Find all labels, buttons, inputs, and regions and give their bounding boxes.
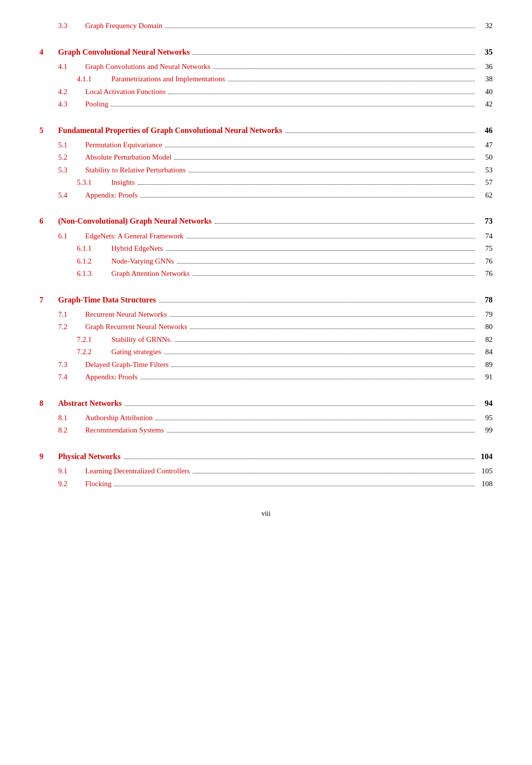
section-label[interactable]: Insights <box>111 176 135 189</box>
section-label[interactable]: Authorship Attribution <box>85 412 153 425</box>
section-number[interactable]: 9.1 <box>58 465 85 478</box>
toc-spacer <box>39 33 493 36</box>
section-number[interactable]: 8.1 <box>58 412 85 425</box>
section-label[interactable]: Stability to Relative Perturbations <box>85 164 186 177</box>
section-label[interactable]: Flocking <box>85 478 111 491</box>
chapter-page: 35 <box>478 45 493 59</box>
toc-dots <box>164 354 475 354</box>
section-number[interactable]: 7.1 <box>58 308 85 321</box>
chapter-number[interactable]: 7 <box>39 293 58 306</box>
toc-entry: 9.2Flocking108 <box>39 478 493 491</box>
section-number[interactable]: 6.1.2 <box>77 255 111 268</box>
section-page: 53 <box>478 164 493 177</box>
chapter-number[interactable]: 9 <box>39 450 58 463</box>
toc-entry: 4.2Local Activation Functions40 <box>39 86 493 99</box>
toc-dots <box>193 275 475 276</box>
toc-dots <box>166 28 475 28</box>
chapter-entry: 7Graph-Time Data Structures78 <box>39 293 493 306</box>
section-number[interactable]: 4.1.1 <box>77 73 111 86</box>
toc-dots <box>167 432 475 432</box>
chapter-label[interactable]: Physical Networks <box>58 450 121 463</box>
chapter-dots <box>285 133 475 133</box>
chapter-number[interactable]: 4 <box>39 45 58 59</box>
section-page: 99 <box>478 424 493 437</box>
chapter-label[interactable]: Graph-Time Data Structures <box>58 293 156 306</box>
toc-spacer <box>39 280 493 284</box>
section-label[interactable]: Stability of GRNNs. <box>111 333 172 346</box>
section-label[interactable]: Gating strategies <box>111 346 161 359</box>
section-number[interactable]: 4.1 <box>58 61 85 73</box>
section-label[interactable]: Graph Frequency Domain <box>85 20 163 33</box>
section-page: 47 <box>478 139 493 152</box>
section-label[interactable]: Local Activation Functions <box>85 86 166 99</box>
section-number[interactable]: 6.1.1 <box>77 242 111 255</box>
section-number[interactable]: 7.4 <box>58 371 85 384</box>
chapter-dots <box>124 459 475 459</box>
section-page: 57 <box>478 176 493 189</box>
toc-dots <box>193 473 475 473</box>
section-label[interactable]: Appendix: Proofs <box>85 189 137 202</box>
chapter-number[interactable]: 5 <box>39 124 58 137</box>
chapter-number[interactable]: 8 <box>39 397 58 410</box>
section-label[interactable]: Recurrent Neural Networks <box>85 308 167 321</box>
section-number[interactable]: 7.2.2 <box>77 346 111 359</box>
toc-entry: 7.1Recurrent Neural Networks79 <box>39 308 493 321</box>
section-number[interactable]: 3.3 <box>58 20 85 33</box>
chapter-label[interactable]: Graph Convolutional Neural Networks <box>58 45 190 59</box>
section-label[interactable]: EdgeNets: A General Framework <box>85 230 184 243</box>
section-number[interactable]: 9.2 <box>58 478 85 491</box>
section-label[interactable]: Learning Decentralized Controllers <box>85 465 190 478</box>
chapter-entry: 6(Non-Convolutional) Graph Neural Networ… <box>39 214 493 228</box>
toc-entry: 4.1.1Parametrizations and Implementation… <box>39 73 493 86</box>
section-label[interactable]: Pooling <box>85 98 108 111</box>
toc-dots <box>156 420 475 420</box>
section-number[interactable]: 4.2 <box>58 86 85 99</box>
section-number[interactable]: 4.3 <box>58 98 85 111</box>
section-number[interactable]: 5.3 <box>58 164 85 177</box>
section-label[interactable]: Delayed Graph-Time Filters <box>85 359 168 371</box>
section-page: 38 <box>478 73 493 86</box>
section-label[interactable]: Graph Convolutions and Neural Networks <box>85 61 210 73</box>
chapter-page: 46 <box>478 124 493 137</box>
chapter-label[interactable]: (Non-Convolutional) Graph Neural Network… <box>58 214 212 228</box>
toc-dots <box>168 94 475 94</box>
section-label[interactable]: Graph Recurrent Neural Networks <box>85 321 187 333</box>
section-label[interactable]: Appendix: Proofs <box>85 371 137 384</box>
table-of-contents: 3.3Graph Frequency Domain324Graph Convol… <box>39 20 493 490</box>
chapter-number[interactable]: 6 <box>39 214 58 228</box>
section-label[interactable]: Hybrid EdgeNets <box>111 242 163 255</box>
section-label[interactable]: Absolute Perturbation Model <box>85 151 171 164</box>
section-number[interactable]: 6.1 <box>58 230 85 243</box>
section-number[interactable]: 7.2 <box>58 321 85 333</box>
section-page: 95 <box>478 412 493 425</box>
section-number[interactable]: 7.2.1 <box>77 333 111 346</box>
chapter-dots <box>215 223 475 224</box>
toc-entry: 4.1Graph Convolutions and Neural Network… <box>39 61 493 73</box>
toc-entry: 7.4Appendix: Proofs91 <box>39 371 493 384</box>
toc-dots <box>175 341 475 342</box>
toc-entry: 3.3Graph Frequency Domain32 <box>39 20 493 33</box>
section-number[interactable]: 5.2 <box>58 151 85 164</box>
section-number[interactable]: 8.2 <box>58 424 85 437</box>
section-label[interactable]: Permutation Equivariance <box>85 139 162 152</box>
section-page: 91 <box>478 371 493 384</box>
chapter-page: 73 <box>478 214 493 228</box>
section-label[interactable]: Recommendation Systems <box>85 424 164 437</box>
toc-dots <box>228 81 475 81</box>
section-label[interactable]: Graph Attention Networks <box>111 267 190 280</box>
section-page: 62 <box>478 189 493 202</box>
chapter-label[interactable]: Abstract Networks <box>58 397 122 410</box>
section-number[interactable]: 6.1.3 <box>77 267 111 280</box>
section-number[interactable]: 5.1 <box>58 139 85 152</box>
section-label[interactable]: Parametrizations and Implementations <box>111 73 225 86</box>
section-number[interactable]: 7.3 <box>58 359 85 371</box>
chapter-page: 94 <box>478 397 493 410</box>
toc-entry: 5.4Appendix: Proofs62 <box>39 189 493 202</box>
section-number[interactable]: 5.4 <box>58 189 85 202</box>
section-page: 76 <box>478 255 493 268</box>
chapter-label[interactable]: Fundamental Properties of Graph Convolut… <box>58 124 282 137</box>
section-label[interactable]: Node-Varying GNNs <box>111 255 174 268</box>
section-page: 32 <box>478 20 493 33</box>
section-number[interactable]: 5.3.1 <box>77 176 111 189</box>
toc-entry: 6.1.1Hybrid EdgeNets75 <box>39 242 493 255</box>
